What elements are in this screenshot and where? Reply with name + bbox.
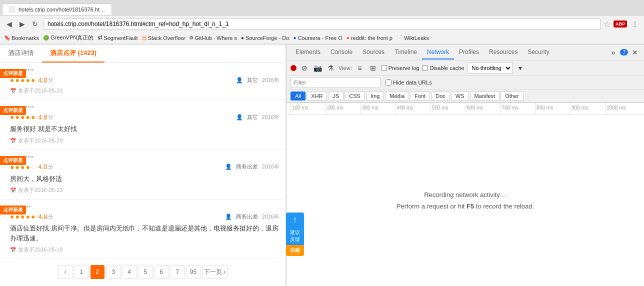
bm-greenvpn[interactable]: GreenVPN真正的	[43, 34, 94, 42]
float-btn-group: ↑ 建议 反馈 在线	[286, 212, 304, 256]
float-online-btn[interactable]: 在线	[286, 245, 304, 256]
reviewer-id: 37117****	[10, 105, 280, 111]
filter-type-img[interactable]: Img	[366, 92, 384, 100]
review-item: 点评新星17472****●●●●○4.0分👤商务出差2016年房间大，风格舒适…	[0, 150, 286, 200]
view-list-btn[interactable]: ≡	[355, 63, 365, 73]
browser-tab[interactable]: hotels.ctrip.com/hotel/1816376.html#ctm_…	[2, 4, 112, 15]
review-date: 发表于2016-05-29	[10, 137, 280, 144]
filter-type-all[interactable]: All	[290, 92, 306, 100]
reviews-container: 点评新星37117****●●●●●4.8分👤其它2016年发表于2016-05…	[0, 63, 286, 259]
tab-hotel-review[interactable]: 酒店点评 (1423)	[42, 44, 104, 62]
panel-tabs: 酒店详情 酒店点评 (1423)	[0, 44, 286, 63]
filter-type-media[interactable]: Media	[385, 92, 409, 100]
filter-input[interactable]	[290, 77, 380, 88]
camera-button[interactable]: 📷	[312, 63, 322, 73]
clear-button[interactable]: ⊘	[300, 63, 310, 73]
disable-cache-checkbox[interactable]	[422, 65, 428, 71]
back-button[interactable]: ◀	[4, 19, 14, 29]
view-grid-btn[interactable]: ⊞	[368, 63, 378, 73]
view-label: View:	[338, 65, 352, 71]
bookmarks-bar: Bookmarks GreenVPN真正的 SegmentFault Stack…	[0, 32, 644, 44]
throttle-select[interactable]: No throttling	[468, 62, 512, 74]
filter-button[interactable]: ⚗	[326, 63, 336, 73]
empty-hint-prefix: Perform a request or hit	[396, 202, 466, 210]
type-filter-bar: AllXHRJSCSSImgMediaFontDocWSManifestOthe…	[286, 90, 644, 102]
page-7-btn[interactable]: 7	[170, 265, 184, 279]
devtools-close-btn[interactable]: ✕	[630, 48, 640, 58]
throttle-arrow-icon[interactable]: ▾	[516, 63, 526, 73]
page-next-btn[interactable]: 下一页 ›	[202, 265, 228, 279]
review-type: 商务出差	[236, 213, 258, 220]
dt-tab-sources[interactable]: Sources	[358, 46, 390, 60]
timeline-mark: 200 ms	[326, 103, 360, 114]
bookmark-star-icon[interactable]: ☆	[604, 20, 610, 29]
devtools-tabs: Elements Console Sources Timeline Networ…	[286, 44, 644, 60]
dt-tab-security[interactable]: Security	[522, 46, 554, 60]
filter-type-xhr[interactable]: XHR	[306, 92, 327, 100]
empty-hint-key: F5	[466, 202, 474, 210]
dt-tab-resources[interactable]: Resources	[484, 46, 522, 60]
browser-chrome: hotels.ctrip.com/hotel/1816376.html#ctm_…	[0, 0, 644, 44]
bm-stackoverflow[interactable]: Stack Overflow	[142, 35, 185, 41]
page-prev-btn[interactable]: ‹	[58, 265, 72, 279]
page-2-btn[interactable]: 2	[90, 265, 104, 279]
page-3-btn[interactable]: 3	[106, 265, 120, 279]
hide-data-urls-label: Hide data URLs	[386, 80, 432, 86]
empty-recording-text: Recording network activity…	[424, 191, 506, 198]
filter-type-ws[interactable]: WS	[451, 92, 469, 100]
review-date: 发表于2016-05-23	[10, 186, 280, 194]
bm-segmentfault[interactable]: SegmentFault	[98, 35, 138, 41]
filter-type-css[interactable]: CSS	[344, 92, 365, 100]
page-6-btn[interactable]: 6	[154, 265, 168, 279]
timeline-mark: 800 ms	[535, 103, 570, 114]
bm-github[interactable]: GitHub · Where s	[189, 35, 237, 41]
dt-tab-profiles[interactable]: Profiles	[454, 46, 484, 60]
dt-tab-elements[interactable]: Elements	[290, 46, 326, 60]
bm-bookmarks[interactable]: Bookmarks	[4, 35, 39, 41]
review-type: 其它	[247, 114, 258, 121]
menu-button[interactable]: ⋮	[630, 19, 640, 29]
filter-type-other[interactable]: Other	[500, 92, 524, 100]
float-suggest-btn[interactable]: 建议 反馈	[286, 227, 304, 245]
hide-data-urls-checkbox[interactable]	[386, 80, 392, 86]
reviewer-id: 37117****	[10, 68, 280, 74]
preserve-log-checkbox[interactable]	[381, 65, 387, 71]
devtools-more-btn[interactable]: »	[608, 48, 618, 58]
timeline-mark: 600 ms	[466, 103, 500, 114]
page-last-btn[interactable]: 95	[186, 265, 200, 279]
bm-sourceforge[interactable]: SourceForge - Do	[241, 35, 289, 41]
review-content: 房间大，风格舒适	[10, 174, 280, 184]
dt-tab-console[interactable]: Console	[326, 46, 358, 60]
dt-tab-network[interactable]: Network	[422, 46, 454, 60]
forward-button[interactable]: ▶	[17, 19, 27, 29]
page-1-btn[interactable]: 1	[74, 265, 88, 279]
tab-title: hotels.ctrip.com/hotel/1816376.html#ctm_…	[18, 6, 106, 12]
reviewer-id: 17472****	[10, 155, 280, 161]
devtools-more: » 7 ✕	[608, 48, 640, 58]
bm-coursera[interactable]: Coursera - Free O	[293, 35, 342, 41]
review-item: 点评新星0695****●●●●●4.8分👤商务出差2016年酒店位置好找,房间…	[0, 200, 286, 259]
record-button[interactable]	[290, 65, 296, 71]
timeline-marks: 100 ms200 ms300 ms400 ms500 ms600 ms700 …	[286, 103, 644, 114]
bm-reddit[interactable]: reddit: the front p	[346, 35, 392, 41]
filter-type-js[interactable]: JS	[328, 92, 344, 100]
review-type-icon: 👤	[236, 114, 243, 120]
address-input[interactable]	[43, 18, 600, 30]
score-badge: 点评新星	[0, 69, 26, 78]
dt-tab-timeline[interactable]: Timeline	[390, 46, 422, 60]
page-4-btn[interactable]: 4	[122, 265, 136, 279]
filter-type-font[interactable]: Font	[410, 92, 430, 100]
page-5-btn[interactable]: 5	[138, 265, 152, 279]
pagination: ‹ 1 2 3 4 5 6 7 95 下一页 ›	[0, 259, 286, 285]
abr-button[interactable]: ABP	[614, 20, 627, 28]
refresh-button[interactable]: ↻	[30, 19, 40, 29]
float-up-btn[interactable]: ↑	[286, 212, 304, 227]
filter-type-manifest[interactable]: Manifest	[470, 92, 500, 100]
bm-wikileaks[interactable]: WikiLeaks	[396, 35, 429, 41]
review-type-icon: 👤	[236, 77, 243, 84]
timeline-mark: 300 ms	[360, 103, 396, 114]
review-item: 点评新星37117****●●●●●4.8分👤其它2016年服务很好 就是不太好…	[0, 100, 286, 150]
filter-type-doc[interactable]: Doc	[431, 92, 450, 100]
tab-hotel-detail[interactable]: 酒店详情	[0, 44, 42, 62]
disable-cache-label: Disable cache	[422, 65, 464, 71]
